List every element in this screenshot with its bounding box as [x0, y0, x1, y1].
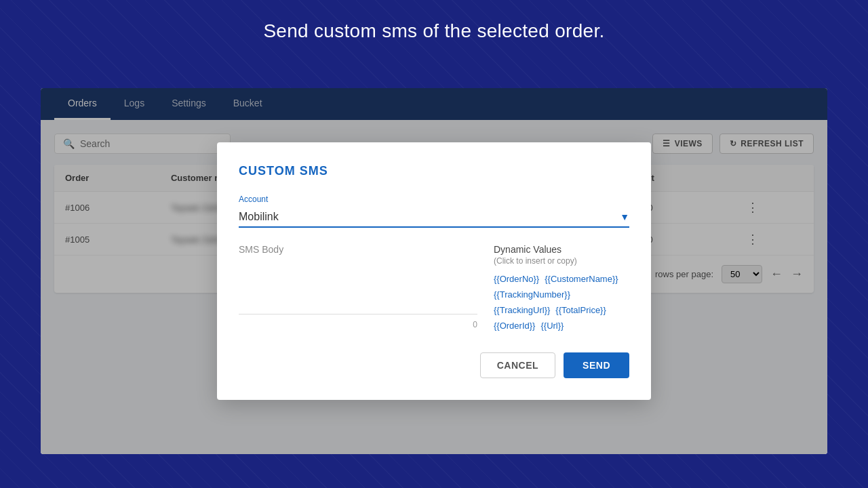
account-select[interactable]: Mobilink Telenor Zong Jazz — [239, 207, 629, 226]
tag-tracking-number[interactable]: {{TrackingNumber}} — [494, 289, 570, 300]
dynamic-values-panel: Dynamic Values (Click to insert or copy)… — [494, 244, 629, 331]
sms-body-textarea[interactable] — [239, 260, 477, 314]
tag-total-price[interactable]: {{TotalPrice}} — [555, 305, 606, 315]
account-select-wrapper[interactable]: Mobilink Telenor Zong Jazz ▼ — [239, 207, 629, 228]
account-label: Account — [239, 195, 629, 204]
modal-body: SMS Body 0 Dynamic Values (Click to inse… — [239, 244, 629, 331]
sms-body-label: SMS Body — [239, 244, 477, 255]
custom-sms-modal: CUSTOM SMS Account Mobilink Telenor Zong… — [217, 142, 651, 400]
sms-body-section: SMS Body 0 — [239, 244, 477, 331]
account-field: Account Mobilink Telenor Zong Jazz ▼ — [239, 195, 629, 228]
tag-tracking-url[interactable]: {{TrackingUrl}} — [494, 305, 550, 315]
page-title: Send custom sms of the selected order. — [0, 20, 868, 42]
modal-title: CUSTOM SMS — [239, 164, 629, 178]
send-button[interactable]: SEND — [564, 352, 629, 378]
dynamic-values-subtitle: (Click to insert or copy) — [494, 256, 629, 266]
tag-customer-name[interactable]: {{CustomerName}} — [545, 274, 618, 284]
cancel-button[interactable]: CANCEL — [480, 352, 555, 378]
app-window: Orders Logs Settings Bucket 🔍 ☰ VIEWS — [41, 88, 827, 454]
tag-order-no[interactable]: {{OrderNo}} — [494, 274, 539, 284]
dynamic-tags-container: {{OrderNo}} {{CustomerName}} {{TrackingN… — [494, 274, 629, 331]
tag-order-id[interactable]: {{OrderId}} — [494, 321, 535, 331]
modal-overlay: CUSTOM SMS Account Mobilink Telenor Zong… — [41, 88, 827, 454]
modal-footer: CANCEL SEND — [239, 352, 629, 378]
char-count: 0 — [239, 320, 477, 329]
tag-url[interactable]: {{Url}} — [540, 321, 564, 331]
dynamic-values-title: Dynamic Values — [494, 244, 629, 255]
